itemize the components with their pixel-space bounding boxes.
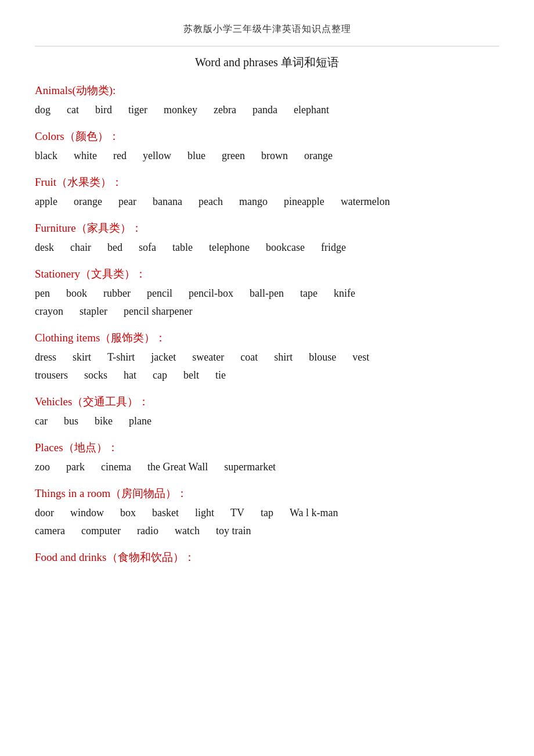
page-title: 苏教版小学三年级牛津英语知识点整理 [35,23,499,35]
word-trousers: trousers [35,369,68,381]
word-white: white [74,150,97,162]
word-socks: socks [84,369,107,381]
word-cat: cat [67,104,79,116]
word-apple: apple [35,196,57,208]
word-tv: TV [230,507,244,519]
word-table: table [172,242,193,254]
word-hat: hat [124,369,136,381]
word-tiger: tiger [128,104,147,116]
category-title-colors: Colors（颜色）： [35,129,499,144]
word-coat: coat [240,351,258,363]
word-pen: pen [35,287,50,300]
word-bike: bike [95,415,113,427]
word-zoo: zoo [35,461,50,473]
word-row-places-0: zooparkcinemathe Great Wallsupermarket [35,461,499,476]
word-t-shirt: T-shirt [107,351,135,363]
word-desk: desk [35,242,54,254]
word-pineapple: pineapple [284,196,324,208]
word-banana: banana [153,196,182,208]
word-the-great-wall: the Great Wall [147,461,208,473]
word-dog: dog [35,104,50,116]
word-window: window [70,507,104,519]
word-row-fruit-0: appleorangepearbananapeachmangopineapple… [35,196,499,210]
word-ball-pen: ball-pen [250,287,284,300]
word-park: park [66,461,85,473]
word-orange: orange [304,150,333,162]
category-title-vehicles: Vehicles（交通工具）： [35,394,499,409]
category-title-places: Places（地点）： [35,440,499,455]
word-row-animals-0: dogcatbirdtigermonkeyzebrapandaelephant [35,104,499,118]
word-bookcase: bookcase [266,242,305,254]
word-wa-l-k-man: Wa l k-man [290,507,338,519]
word-pencil-box: pencil-box [189,287,233,300]
word-car: car [35,415,48,427]
word-panda: panda [252,104,277,116]
categories-container: Animals(动物类):dogcatbirdtigermonkeyzebrap… [35,83,499,565]
word-pencil-sharpener: pencil sharpener [124,305,192,318]
category-title-animals: Animals(动物类): [35,83,499,98]
word-toy-train: toy train [216,525,251,537]
word-vest: vest [352,351,369,363]
word-elephant: elephant [294,104,329,116]
word-sofa: sofa [139,242,156,254]
word-bus: bus [64,415,78,427]
word-pencil: pencil [147,287,172,300]
word-door: door [35,507,54,519]
word-row-stationery-0: penbookrubberpencilpencil-boxball-pentap… [35,287,499,302]
word-bed: bed [107,242,122,254]
word-supermarket: supermarket [224,461,276,473]
word-orange: orange [74,196,102,208]
word-row-clothing-0: dressskirtT-shirtjacketsweatercoatshirtb… [35,351,499,366]
word-brown: brown [261,150,288,162]
category-title-clothing: Clothing items（服饰类）： [35,330,499,345]
word-skirt: skirt [73,351,91,363]
category-title-food-drinks: Food and drinks（食物和饮品）： [35,550,499,565]
category-title-stationery: Stationery（文具类）： [35,267,499,282]
top-divider [35,46,499,46]
word-stapler: stapler [80,305,107,318]
word-row-stationery-1: crayonstaplerpencil sharpener [35,305,499,320]
word-red: red [113,150,127,162]
section-header: Word and phrases 单词和短语 [35,55,499,70]
word-cinema: cinema [101,461,131,473]
word-row-furniture-0: deskchairbedsofatabletelephonebookcasefr… [35,242,499,256]
word-pear: pear [118,196,136,208]
word-zebra: zebra [214,104,236,116]
page-wrapper: 苏教版小学三年级牛津英语知识点整理 Word and phrases 单词和短语… [35,23,499,565]
word-black: black [35,150,57,162]
word-green: green [222,150,245,162]
word-watermelon: watermelon [341,196,390,208]
word-cap: cap [153,369,167,381]
word-light: light [195,507,214,519]
word-crayon: crayon [35,305,63,318]
category-title-things-in-room: Things in a room（房间物品）： [35,486,499,501]
word-row-colors-0: blackwhiteredyellowbluegreenbrownorange [35,150,499,164]
word-blouse: blouse [309,351,336,363]
word-row-things-in-room-1: cameracomputerradiowatchtoy train [35,525,499,539]
word-tie: tie [215,369,226,381]
word-blue: blue [187,150,205,162]
word-radio: radio [137,525,158,537]
category-title-furniture: Furniture（家具类）： [35,221,499,236]
word-tape: tape [300,287,317,300]
word-telephone: telephone [209,242,250,254]
word-shirt: shirt [274,351,293,363]
word-knife: knife [334,287,355,300]
word-fridge: fridge [321,242,346,254]
word-dress: dress [35,351,56,363]
word-tap: tap [261,507,273,519]
word-chair: chair [70,242,91,254]
word-row-things-in-room-0: doorwindowboxbasketlightTVtapWa l k-man [35,507,499,521]
word-row-vehicles-0: carbusbikeplane [35,415,499,430]
word-watch: watch [175,525,200,537]
word-camera: camera [35,525,65,537]
word-basket: basket [152,507,179,519]
word-bird: bird [95,104,112,116]
word-belt: belt [183,369,199,381]
word-box: box [120,507,136,519]
word-computer: computer [81,525,121,537]
word-book: book [66,287,87,300]
category-title-fruit: Fruit（水果类）： [35,175,499,190]
word-mango: mango [239,196,268,208]
word-jacket: jacket [151,351,176,363]
